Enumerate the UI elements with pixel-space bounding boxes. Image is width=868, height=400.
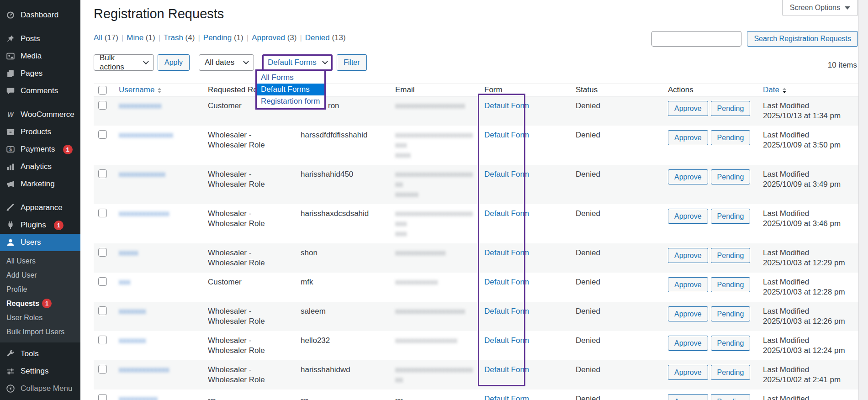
username-link-redacted[interactable]: xxxxx — [119, 248, 138, 257]
pending-button[interactable]: Pending — [711, 130, 751, 145]
form-link[interactable]: Default Form — [484, 278, 529, 286]
sidebar-item-posts[interactable]: Posts — [0, 30, 80, 47]
pending-button[interactable]: Pending — [711, 394, 751, 400]
sidebar-item-plugins[interactable]: Plugins1 — [0, 216, 80, 234]
sidebar-subitem-bulk-import-users[interactable]: Bulk Import Users — [0, 325, 80, 339]
sidebar-item-analytics[interactable]: Analytics — [0, 158, 80, 175]
sidebar-item-users[interactable]: Users — [0, 234, 80, 251]
sidebar-item-settings[interactable]: Settings — [0, 363, 80, 380]
view-link-mine[interactable]: Mine (1) — [127, 33, 155, 42]
sidebar-subitem-user-roles[interactable]: User Roles — [0, 311, 80, 325]
sidebar-subitem-add-user[interactable]: Add User — [0, 268, 80, 282]
pending-button[interactable]: Pending — [711, 101, 751, 116]
row-checkbox[interactable] — [98, 336, 107, 344]
approve-button[interactable]: Approve — [668, 130, 708, 145]
column-header-username[interactable]: Username — [114, 84, 203, 96]
column-header-date[interactable]: Date — [758, 84, 859, 96]
pending-button[interactable]: Pending — [711, 336, 751, 351]
username-link-redacted[interactable]: xxxxxxxxxxxxx — [119, 209, 169, 218]
column-header-checkbox[interactable] — [94, 84, 114, 96]
requested-role-cell: Wholesaler - Wholesaler Role — [203, 126, 296, 165]
form-link[interactable]: Default Form — [484, 101, 529, 110]
username-link-redacted[interactable]: xxxxxxxxxxx — [119, 101, 162, 110]
forms-filter-select[interactable]: Default Forms — [262, 54, 333, 71]
sidebar-item-tools[interactable]: Tools — [0, 345, 80, 363]
username-link-redacted[interactable]: xxxxxxx — [119, 336, 146, 345]
view-link-trash[interactable]: Trash (4) — [164, 33, 195, 42]
pending-button[interactable]: Pending — [711, 365, 751, 380]
row-checkbox[interactable] — [98, 209, 107, 217]
username-link-redacted[interactable]: xxxxxxx — [119, 307, 146, 316]
pending-button[interactable]: Pending — [711, 209, 751, 224]
dates-filter-select[interactable]: All dates — [199, 54, 254, 71]
sidebar-subitem-label: Profile — [6, 285, 27, 294]
row-checkbox[interactable] — [98, 306, 107, 315]
sidebar-item-label: Marketing — [21, 179, 55, 189]
page-scrollbar[interactable] — [858, 0, 868, 400]
approve-button[interactable]: Approve — [668, 169, 708, 184]
row-checkbox[interactable] — [98, 394, 107, 400]
sidebar-item-label: Dashboard — [21, 11, 58, 20]
row-checkbox[interactable] — [98, 277, 107, 286]
pending-button[interactable]: Pending — [711, 169, 751, 184]
sidebar-item-collapse-menu[interactable]: Collapse Menu — [0, 380, 80, 397]
pending-button[interactable]: Pending — [711, 306, 751, 321]
sidebar-item-marketing[interactable]: Marketing — [0, 175, 80, 193]
search-input[interactable] — [651, 31, 741, 47]
approve-button[interactable]: Approve — [668, 101, 708, 116]
sidebar-item-label: Pages — [21, 69, 42, 78]
forms-option-all-forms[interactable]: All Forms — [257, 72, 324, 84]
view-link-denied[interactable]: Denied (13) — [305, 33, 346, 42]
row-checkbox[interactable] — [98, 130, 107, 139]
approve-button[interactable]: Approve — [668, 365, 708, 380]
approve-button[interactable]: Approve — [668, 209, 708, 224]
sidebar-subitem-profile[interactable]: Profile — [0, 282, 80, 296]
view-link-approved[interactable]: Approved (3) — [252, 33, 296, 42]
form-link[interactable]: Default Form — [484, 307, 529, 316]
sidebar-item-media[interactable]: Media — [0, 47, 80, 65]
pending-button[interactable]: Pending — [711, 248, 751, 263]
view-link-all[interactable]: All (17) — [94, 33, 118, 42]
row-checkbox[interactable] — [98, 169, 107, 178]
screen-options-button[interactable]: Screen Options — [782, 0, 858, 16]
forms-option-default-forms[interactable]: Default Forms — [257, 84, 324, 95]
sidebar-subitem-requests[interactable]: Requests1 — [0, 296, 80, 311]
search-registration-requests-button[interactable]: Search Registration Requests — [747, 31, 858, 47]
sidebar-subitem-all-users[interactable]: All Users — [0, 254, 80, 268]
row-checkbox[interactable] — [98, 365, 107, 374]
sidebar-item-comments[interactable]: Comments — [0, 82, 80, 100]
sidebar-item-products[interactable]: Products — [0, 123, 80, 141]
form-link[interactable]: Default Form — [484, 336, 529, 345]
username-link-redacted[interactable]: xxxxxxxxxx — [119, 395, 158, 400]
sidebar-item-payments[interactable]: $Payments1 — [0, 141, 80, 158]
form-link[interactable]: Default Form — [484, 395, 529, 400]
approve-button[interactable]: Approve — [668, 394, 708, 400]
approve-button[interactable]: Approve — [668, 248, 708, 263]
form-link[interactable]: Default Form — [484, 170, 529, 179]
username-link-redacted[interactable]: xxx — [119, 278, 131, 286]
sidebar-item-woocommerce[interactable]: WWooCommerce — [0, 106, 80, 123]
approve-button[interactable]: Approve — [668, 336, 708, 351]
form-link[interactable]: Default Form — [484, 209, 529, 218]
form-link[interactable]: Default Form — [484, 248, 529, 257]
sidebar-item-appearance[interactable]: Appearance — [0, 199, 80, 216]
form-link[interactable]: Default Form — [484, 131, 529, 139]
select-all-checkbox[interactable] — [98, 86, 107, 95]
forms-option-registartion-form[interactable]: Registartion form — [257, 95, 324, 107]
row-checkbox[interactable] — [98, 248, 107, 257]
view-link-pending[interactable]: Pending (1) — [203, 33, 243, 42]
username-link-redacted[interactable]: xxxxxxxxxxxx — [119, 170, 165, 179]
username-link-redacted[interactable]: xxxxxxxxxxxxxx — [119, 131, 173, 139]
approve-button[interactable]: Approve — [668, 277, 708, 292]
sidebar-item-dashboard[interactable]: Dashboard — [0, 6, 80, 24]
username-link-redacted[interactable]: xxxxxxxxxxxxx — [119, 365, 169, 374]
email-redacted: xxxxxxxxxxxxxxxx — [395, 336, 475, 346]
approve-button[interactable]: Approve — [668, 306, 708, 321]
row-checkbox[interactable] — [98, 101, 107, 110]
bulk-actions-select[interactable]: Bulk actions — [94, 54, 154, 71]
pending-button[interactable]: Pending — [711, 277, 751, 292]
filter-button[interactable]: Filter — [337, 54, 367, 71]
form-link[interactable]: Default Form — [484, 365, 529, 374]
apply-button[interactable]: Apply — [158, 54, 190, 71]
sidebar-item-pages[interactable]: Pages — [0, 65, 80, 82]
